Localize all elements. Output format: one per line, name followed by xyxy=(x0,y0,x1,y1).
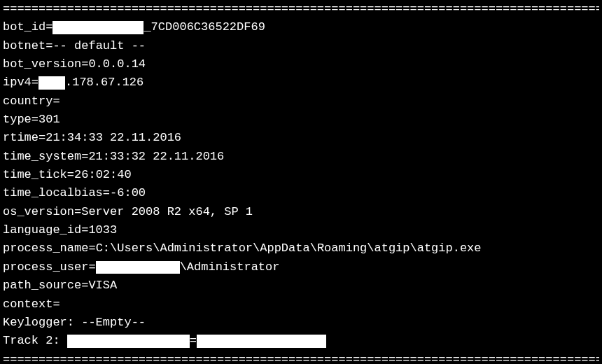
bot-id-suffix: _7CD006C36522DF69 xyxy=(144,18,265,36)
botnet-val: -- default -- xyxy=(52,37,146,55)
keylogger-line: Keylogger: --Empty-- xyxy=(3,314,599,332)
os-version-line: os_version=Server 2008 R2 x64, SP 1 xyxy=(3,203,599,221)
track2-key: Track 2: xyxy=(3,332,67,350)
context-key: context= xyxy=(3,295,60,314)
rtime-val: 21:34:33 22.11.2016 xyxy=(46,129,181,147)
time-tick-key: time_tick= xyxy=(3,166,74,184)
bot-version-key: bot_version= xyxy=(3,55,88,74)
redacted-block xyxy=(197,335,326,348)
keylogger-val: --Empty-- xyxy=(81,314,146,332)
process-user-suffix: \Administrator xyxy=(180,258,280,276)
os-version-key: os_version= xyxy=(3,203,81,221)
country-line: country= xyxy=(3,92,599,111)
country-key: country= xyxy=(3,92,60,111)
time-system-val: 21:33:32 22.11.2016 xyxy=(88,148,224,166)
terminal-output: ========================================… xyxy=(0,0,602,364)
process-name-line: process_name=C:\Users\Administrator\AppD… xyxy=(3,239,599,258)
path-source-key: path_source= xyxy=(3,276,88,295)
context-line: context= xyxy=(3,295,599,314)
bot-id-key: bot_id= xyxy=(3,18,52,36)
time-localbias-key: time_localbias= xyxy=(3,184,110,202)
rtime-key: rtime= xyxy=(3,129,46,147)
process-user-line: process_user=\Administrator xyxy=(3,258,599,276)
language-id-line: language_id=1033 xyxy=(3,221,599,239)
time-tick-val: 26:02:40 xyxy=(74,166,132,184)
ipv4-key: ipv4= xyxy=(3,74,38,92)
redacted-block xyxy=(67,335,190,348)
botnet-line: botnet=-- default -- xyxy=(3,37,599,55)
type-line: type=301 xyxy=(3,111,599,129)
redacted-block xyxy=(96,261,180,274)
type-key: type= xyxy=(3,111,38,129)
path-source-val: VISA xyxy=(88,276,117,295)
os-version-val: Server 2008 R2 x64, SP 1 xyxy=(81,203,253,221)
time-tick-line: time_tick=26:02:40 xyxy=(3,166,599,184)
botnet-key: botnet= xyxy=(3,37,52,55)
language-id-val: 1033 xyxy=(88,221,117,239)
redacted-block xyxy=(52,21,144,34)
bot-version-val: 0.0.0.14 xyxy=(88,55,146,74)
bot-id-line: bot_id=_7CD006C36522DF69 xyxy=(3,18,599,36)
bot-version-line: bot_version=0.0.0.14 xyxy=(3,55,599,74)
language-id-key: language_id= xyxy=(3,221,88,239)
top-divider: ========================================… xyxy=(3,0,599,18)
track2-line: Track 2: = xyxy=(3,332,599,350)
time-system-key: time_system= xyxy=(3,148,88,166)
rtime-line: rtime=21:34:33 22.11.2016 xyxy=(3,129,599,147)
process-user-key: process_user= xyxy=(3,258,96,276)
track2-mid: = xyxy=(190,332,197,350)
ipv4-line: ipv4=.178.67.126 xyxy=(3,74,599,92)
time-localbias-line: time_localbias=-6:00 xyxy=(3,184,599,202)
process-name-key: process_name= xyxy=(3,239,96,258)
time-localbias-val: -6:00 xyxy=(110,184,146,202)
keylogger-key: Keylogger: xyxy=(3,314,81,332)
path-source-line: path_source=VISA xyxy=(3,276,599,295)
time-system-line: time_system=21:33:32 22.11.2016 xyxy=(3,148,599,166)
ipv4-suffix: .178.67.126 xyxy=(65,74,144,92)
redacted-block xyxy=(38,76,65,90)
bottom-divider: ========================================… xyxy=(3,351,599,364)
process-name-val: C:\Users\Administrator\AppData\Roaming\a… xyxy=(96,239,482,258)
type-val: 301 xyxy=(38,111,60,129)
